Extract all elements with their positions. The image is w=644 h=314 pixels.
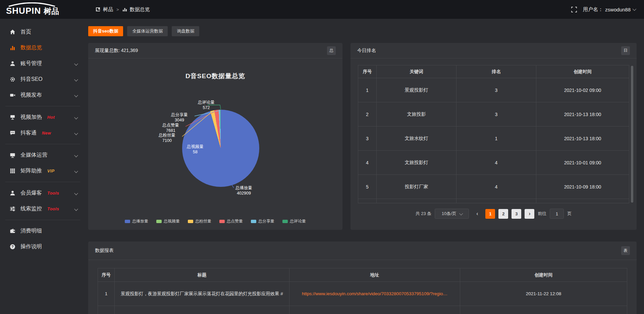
sidebar-item-label: 数据总览 [20, 44, 42, 51]
chevron-down-icon [74, 153, 78, 157]
total-mode-button[interactable]: 总 [327, 46, 336, 55]
monitor-icon [9, 152, 15, 158]
legend-swatch [282, 220, 288, 223]
sidebar-item-label: 视频发布 [20, 92, 42, 99]
ranking-table: 序号 关键词 排名 创建时间 1景观投影灯32021-10-02 09:00 [358, 65, 629, 203]
table-row-clipped [358, 199, 629, 203]
sidebar-item-lead-monitor[interactable]: 线索监控 Tools [0, 201, 86, 217]
chart-card-header: 展现量总数: 421,369 总 [88, 43, 342, 58]
table-row: 4文旅投影灯42021-10-01 09:00 [358, 151, 629, 175]
breadcrumb-root[interactable]: 树品 [103, 6, 113, 13]
sidebar-item-label: 首页 [20, 29, 31, 36]
page-size-select[interactable]: 10条/页 [435, 209, 469, 219]
sliders-icon [9, 206, 15, 212]
pagination-total: 共 23 条 [416, 211, 432, 217]
prev-page-button[interactable]: ‹ [472, 209, 482, 219]
sidebar-item-label: 操作说明 [20, 243, 42, 250]
main-content: 抖音seo数据 全媒体运营数据 询盘数据 展现量总数: 421,369 总 D音… [86, 19, 644, 314]
table-row: 2文旅投影32021-10-13 18:00 [358, 102, 629, 126]
tools-tag: Tools [47, 207, 59, 211]
ranking-card-header: 今日排名 日 [351, 43, 637, 58]
sidebar-item-video-publish[interactable]: 视频发布 [0, 87, 86, 103]
table-row: 1景观投影灯32021-10-02 09:00 [358, 78, 629, 102]
table-mode-button[interactable]: 表 [621, 246, 630, 255]
impressions-total: 展现量总数: 421,369 [95, 48, 138, 54]
chevron-down-icon [74, 93, 78, 97]
pie-label-plays: 总播放量402909 [230, 185, 258, 196]
logo-cn-text: 树品 [44, 6, 59, 16]
report-row-title: 景观投影灯，夜游景观投影灯厂家展示展示落花灯在花园里的灯光投影应用效果 # [115, 282, 289, 306]
sidebar: 首页 数据总览 账号管理 抖音SEO 视频发布 [0, 19, 86, 314]
breadcrumb-separator: > [116, 7, 119, 12]
pagination: 共 23 条 10条/页 ‹ 1 2 3 › 前往 页 [351, 209, 637, 219]
sidebar-item-matrix-boost[interactable]: 矩阵助推 VIP [0, 163, 86, 179]
sidebar-item-media-operation[interactable]: 全媒体运营 [0, 147, 86, 163]
breadcrumb-root-icon [96, 7, 100, 12]
vip-tag: VIP [47, 169, 55, 173]
chevron-down-icon [74, 115, 78, 119]
person-icon [9, 190, 15, 196]
table-scrollbar[interactable] [631, 66, 633, 203]
user-menu[interactable]: 用户名：zswodun88 [583, 6, 635, 13]
col-keyword: 关键词 [377, 65, 457, 78]
legend-label: 总视频量 [164, 218, 180, 224]
gear-icon [9, 76, 15, 83]
sidebar-item-douyin-seo[interactable]: 抖音SEO [0, 71, 86, 87]
legend-item[interactable]: 总评论量 [282, 218, 306, 224]
next-page-button[interactable]: › [525, 209, 534, 219]
legend-item[interactable]: 总播放量 [125, 218, 148, 224]
fullscreen-icon[interactable] [571, 7, 577, 12]
legend-item[interactable]: 总粉丝量 [188, 218, 211, 224]
legend-item[interactable]: 总视频量 [156, 218, 180, 224]
table-row: 1 景观投影灯，夜游景观投影灯厂家展示展示落花灯在花园里的灯光投影应用效果 # … [98, 282, 627, 306]
sidebar-item-label: 线索监控 [20, 205, 42, 212]
sidebar-divider [5, 144, 80, 144]
sidebar-item-member-baoke[interactable]: 会员爆客 Tools [0, 185, 86, 201]
help-icon: ? [9, 244, 15, 250]
col-index: 序号 [358, 65, 377, 78]
grid-icon [9, 168, 15, 174]
sidebar-item-doketong[interactable]: 抖客通 New [0, 125, 86, 141]
tab-douyin-seo-data[interactable]: 抖音seo数据 [88, 26, 123, 36]
legend-item[interactable]: 总分享量 [251, 218, 274, 224]
sidebar-item-home[interactable]: 首页 [0, 24, 86, 40]
screen-icon [9, 114, 15, 120]
page-button-1[interactable]: 1 [485, 209, 495, 219]
legend-swatch [156, 220, 162, 223]
report-row-link[interactable]: https://www.iesdouyin.com/share/video/70… [289, 282, 460, 306]
home-icon [9, 29, 15, 35]
sidebar-item-label: 矩阵助推 [20, 167, 42, 174]
sidebar-item-consumption-detail[interactable]: 消费明细 [0, 223, 86, 239]
page-button-2[interactable]: 2 [498, 209, 508, 219]
sidebar-item-account[interactable]: 账号管理 [0, 56, 86, 71]
table-header-row: 序号 关键词 排名 创建时间 [358, 65, 629, 78]
table-header-row: 序号 标题 地址 创建时间 [98, 268, 627, 282]
tab-media-operation-data[interactable]: 全媒体运营数据 [127, 26, 168, 36]
report-card-header: 数据报表 表 [88, 242, 637, 260]
pie-label-shares: 总分享量3049 [165, 112, 194, 123]
sidebar-item-label: 全媒体运营 [20, 152, 47, 159]
legend-item[interactable]: 总点赞量 [219, 218, 243, 224]
sidebar-item-label: 视频加热 [20, 114, 42, 121]
chevron-down-icon [74, 169, 78, 173]
goto-page-input[interactable] [550, 209, 564, 219]
today-ranking-card: 今日排名 日 序号 关键词 排名 创建时间 [351, 43, 637, 230]
chart-legend: 总播放量总视频量总粉丝量总点赞量总分享量总评论量 [88, 218, 342, 224]
breadcrumb-current[interactable]: 数据总览 [130, 6, 150, 13]
video-icon [9, 92, 15, 98]
sidebar-divider [5, 220, 80, 220]
user-icon [9, 61, 15, 67]
report-title: 数据报表 [95, 248, 114, 254]
sidebar-item-video-heat[interactable]: 视频加热 Hot [0, 109, 86, 125]
tab-inquiry-data[interactable]: 询盘数据 [172, 26, 199, 36]
sidebar-item-instructions[interactable]: ? 操作说明 [0, 239, 86, 255]
col-title: 标题 [115, 268, 289, 282]
col-created: 创建时间 [536, 65, 629, 78]
legend-swatch [251, 220, 256, 223]
day-mode-button[interactable]: 日 [621, 46, 630, 55]
sidebar-item-label: 会员爆客 [20, 190, 42, 197]
tools-tag: Tools [47, 191, 59, 196]
legend-swatch [188, 220, 193, 223]
sidebar-item-data-overview[interactable]: 数据总览 [0, 40, 86, 56]
page-button-3[interactable]: 3 [512, 209, 521, 219]
